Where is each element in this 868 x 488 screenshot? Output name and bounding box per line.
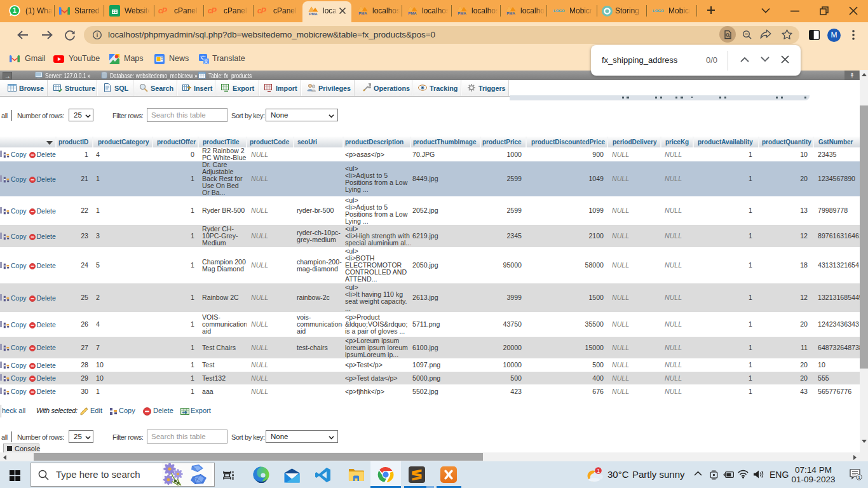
svg-text:1: 1 — [13, 6, 17, 14]
svg-text:1: 1 — [858, 475, 861, 480]
svg-text:PMA: PMA — [506, 11, 515, 15]
svg-text:PMA: PMA — [309, 12, 318, 16]
svg-text:1: 1 — [597, 468, 600, 474]
svg-text:文: 文 — [204, 58, 209, 64]
svg-text:PMA: PMA — [458, 11, 466, 15]
svg-text:PMA: PMA — [358, 11, 367, 15]
svg-text:PMA: PMA — [408, 11, 417, 15]
